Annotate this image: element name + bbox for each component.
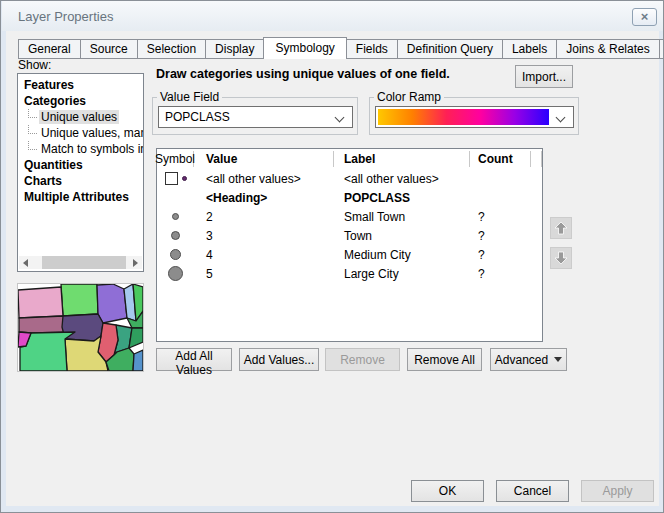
show-tree: Features Categories Unique values Unique… xyxy=(17,73,144,272)
apply-button[interactable]: Apply xyxy=(581,480,654,502)
column-spacer xyxy=(531,151,542,167)
table-header: Symbol Value Label Count xyxy=(157,149,542,169)
table-row-all-other-values[interactable]: <all other values> <all other values> xyxy=(157,169,542,188)
tree-connector-icon xyxy=(28,141,37,150)
tree-item-unique-values-many[interactable]: Unique values, many xyxy=(18,125,143,141)
column-symbol: Symbol xyxy=(157,151,194,167)
color-ramp-swatch xyxy=(378,109,549,125)
close-button[interactable]: × xyxy=(632,8,657,26)
import-button[interactable]: Import... xyxy=(515,65,573,88)
color-ramp-label: Color Ramp xyxy=(374,90,444,104)
all-other-values-checkbox[interactable] xyxy=(165,172,178,185)
tab-joins-relates[interactable]: Joins & Relates xyxy=(556,39,659,59)
move-up-button[interactable] xyxy=(550,217,572,239)
up-arrow-icon xyxy=(554,221,568,235)
symbol-dot-icon[interactable] xyxy=(172,213,179,220)
column-value: Value xyxy=(194,151,334,167)
values-table: Symbol Value Label Count <all other valu… xyxy=(156,148,543,342)
tree-item-features[interactable]: Features xyxy=(18,77,143,93)
table-row[interactable]: 2 Small Town ? xyxy=(157,207,542,226)
value-field-value: POPCLASS xyxy=(165,110,230,124)
cancel-button[interactable]: Cancel xyxy=(496,480,569,502)
tree-item-quantities[interactable]: Quantities xyxy=(18,157,143,173)
dropdown-arrow-icon xyxy=(554,357,562,362)
window-title: Layer Properties xyxy=(18,9,113,24)
table-row[interactable]: 4 Medium City ? xyxy=(157,245,542,264)
show-label: Show: xyxy=(18,58,51,72)
map-preview xyxy=(17,283,144,372)
value-field-label: Value Field xyxy=(157,90,222,104)
tree-item-unique-values[interactable]: Unique values xyxy=(18,109,143,125)
advanced-button[interactable]: Advanced xyxy=(490,348,567,371)
tree-connector-icon xyxy=(28,125,37,134)
layer-properties-dialog: Layer Properties × General Source Select… xyxy=(0,0,664,513)
tab-definition-query[interactable]: Definition Query xyxy=(397,39,503,59)
tree-item-charts[interactable]: Charts xyxy=(18,173,143,189)
close-icon: × xyxy=(641,9,649,24)
scrollbar-thumb[interactable] xyxy=(42,256,126,269)
table-row-heading[interactable]: <Heading> POPCLASS xyxy=(157,188,542,207)
all-other-values-symbol-icon[interactable] xyxy=(182,176,187,181)
remove-button[interactable]: Remove xyxy=(325,348,400,371)
tab-display[interactable]: Display xyxy=(205,39,264,59)
tab-bar: General Source Selection Display Symbolo… xyxy=(18,37,664,59)
column-label: Label xyxy=(334,151,470,167)
scroll-right-icon[interactable] xyxy=(129,256,142,269)
table-row[interactable]: 5 Large City ? xyxy=(157,264,542,283)
ok-button[interactable]: OK xyxy=(411,480,484,502)
symbol-dot-icon[interactable] xyxy=(168,266,183,281)
color-ramp-dropdown[interactable] xyxy=(375,106,574,128)
symbol-dot-icon[interactable] xyxy=(171,231,180,240)
tab-source[interactable]: Source xyxy=(80,39,138,59)
chevron-down-icon xyxy=(335,113,345,123)
down-arrow-icon xyxy=(554,251,568,265)
tree-item-match-to-symbols[interactable]: Match to symbols in a xyxy=(18,141,143,157)
chevron-down-icon xyxy=(556,113,566,123)
tab-labels[interactable]: Labels xyxy=(502,39,557,59)
add-values-button[interactable]: Add Values... xyxy=(239,348,319,371)
remove-all-button[interactable]: Remove All xyxy=(407,348,482,371)
tab-fields[interactable]: Fields xyxy=(346,39,398,59)
tree-connector-icon xyxy=(28,109,37,118)
tree-item-categories[interactable]: Categories xyxy=(18,93,143,109)
tree-item-multiple-attributes[interactable]: Multiple Attributes xyxy=(18,189,143,205)
scroll-left-icon[interactable] xyxy=(19,256,32,269)
tab-symbology[interactable]: Symbology xyxy=(263,37,346,59)
value-field-dropdown[interactable]: POPCLASS xyxy=(158,106,353,128)
table-row[interactable]: 3 Town ? xyxy=(157,226,542,245)
map-preview-image xyxy=(18,284,143,371)
titlebar[interactable]: Layer Properties xyxy=(2,1,663,31)
symbol-dot-icon[interactable] xyxy=(170,249,181,260)
tree-horizontal-scrollbar[interactable] xyxy=(19,256,142,269)
tab-time[interactable]: Time xyxy=(659,39,664,59)
move-down-button[interactable] xyxy=(550,247,572,269)
panel-heading: Draw categories using unique values of o… xyxy=(156,67,450,81)
tab-general[interactable]: General xyxy=(18,39,81,59)
column-count: Count xyxy=(470,151,531,167)
tab-selection[interactable]: Selection xyxy=(137,39,206,59)
add-all-values-button[interactable]: Add All Values xyxy=(156,348,232,371)
